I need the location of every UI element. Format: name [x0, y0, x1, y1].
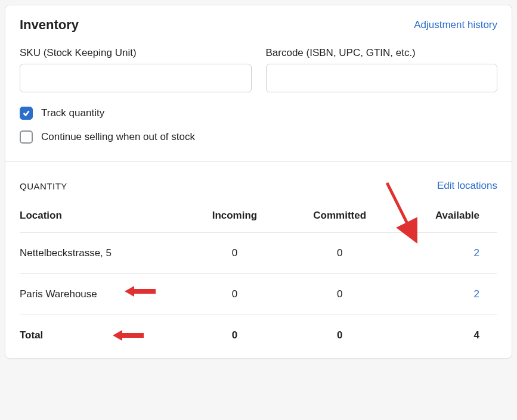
total-committed: 0 — [287, 315, 392, 344]
col-committed: Committed — [287, 210, 392, 233]
inventory-card: Inventory Adjustment history SKU (Stock … — [5, 5, 512, 359]
quantity-table: Location Incoming Committed Available Ne… — [20, 210, 497, 344]
track-quantity-label: Track quantity — [41, 107, 104, 119]
incoming-cell: 0 — [182, 274, 287, 315]
location-cell: Paris Warehouse — [20, 274, 182, 315]
continue-selling-checkbox[interactable] — [20, 130, 33, 144]
col-incoming: Incoming — [182, 210, 287, 233]
barcode-input[interactable] — [266, 64, 498, 92]
available-value[interactable]: 2 — [474, 288, 479, 300]
barcode-label: Barcode (ISBN, UPC, GTIN, etc.) — [266, 47, 498, 59]
card-title: Inventory — [20, 17, 79, 33]
total-available: 4 — [392, 315, 497, 344]
total-label: Total — [20, 315, 182, 344]
sku-label: SKU (Stock Keeping Unit) — [20, 47, 252, 59]
col-available: Available — [392, 210, 497, 233]
col-location: Location — [20, 210, 182, 233]
check-icon — [22, 109, 30, 117]
edit-locations-link[interactable]: Edit locations — [437, 180, 497, 192]
adjustment-history-link[interactable]: Adjustment history — [414, 19, 497, 31]
card-header: Inventory Adjustment history — [20, 17, 497, 33]
continue-selling-label: Continue selling when out of stock — [41, 131, 195, 143]
location-cell: Nettelbeckstrasse, 5 — [20, 233, 182, 274]
total-row: Total 0 0 4 — [20, 315, 497, 344]
table-row: Paris Warehouse 0 0 2 — [20, 274, 497, 315]
quantity-section-label: QUANTITY — [20, 181, 67, 191]
total-incoming: 0 — [182, 315, 287, 344]
available-value[interactable]: 2 — [474, 247, 479, 259]
track-quantity-checkbox[interactable] — [20, 107, 33, 120]
table-row: Nettelbeckstrasse, 5 0 0 2 — [20, 233, 497, 274]
committed-cell: 0 — [287, 274, 392, 315]
sku-input[interactable] — [20, 64, 252, 92]
committed-cell: 0 — [287, 233, 392, 274]
incoming-cell: 0 — [182, 233, 287, 274]
